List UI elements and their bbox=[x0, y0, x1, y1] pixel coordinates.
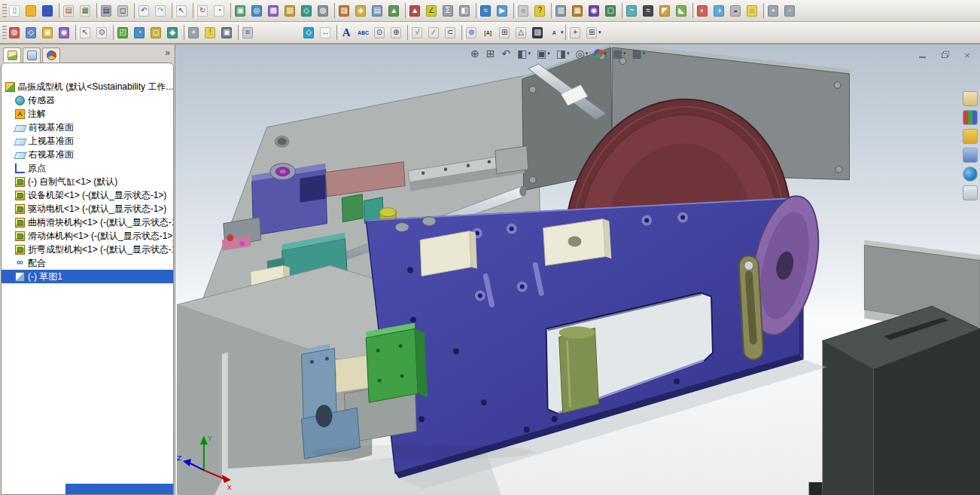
toolbar-icon[interactable]: ▲ bbox=[409, 2, 425, 19]
heads-up-button[interactable]: ◧ ▾ bbox=[516, 47, 532, 60]
task-pane-icon[interactable] bbox=[963, 167, 978, 182]
toolbar-icon[interactable]: ◒ bbox=[730, 2, 746, 19]
toolbar-icon[interactable]: A ▾ bbox=[549, 24, 565, 41]
toolbar-icon[interactable]: A bbox=[341, 24, 357, 41]
toolbar-icon[interactable]: ◻ bbox=[151, 24, 166, 41]
tree-item[interactable]: 驱动电机<1> (-(默认_显示状态-1>) bbox=[2, 202, 173, 215]
tree-item[interactable]: 传感器 bbox=[2, 93, 173, 107]
toolbar-icon[interactable]: ↷ bbox=[155, 2, 171, 19]
tree-item[interactable]: 滑动体机构<1> (-(默认_显示状态-1>) bbox=[2, 229, 173, 243]
toolbar-icon[interactable]: ↶ bbox=[138, 2, 154, 19]
toolbar-icon[interactable]: ↔ bbox=[320, 24, 336, 41]
toolbar-icon[interactable]: ◇ bbox=[301, 2, 317, 19]
task-pane-icon[interactable] bbox=[963, 129, 978, 144]
toolbar-icon[interactable]: ! bbox=[205, 24, 221, 41]
heads-up-button[interactable]: ▣ ▾ bbox=[535, 47, 552, 60]
task-pane-icon[interactable] bbox=[963, 110, 978, 125]
toolbar-icon[interactable]: ▤ bbox=[101, 2, 117, 19]
minimize-button[interactable] bbox=[917, 50, 927, 60]
heads-up-button[interactable]: ↶ bbox=[500, 47, 513, 60]
toolbar-icon[interactable]: ▣ bbox=[235, 2, 251, 19]
toolbar-icon[interactable]: ↻ bbox=[197, 2, 213, 19]
toolbar-icon[interactable]: ◉ bbox=[59, 24, 75, 41]
heads-up-button[interactable]: ⊞ bbox=[485, 47, 498, 60]
close-button[interactable]: × bbox=[962, 50, 972, 60]
panel-tab[interactable] bbox=[23, 47, 41, 63]
toolbar-icon[interactable]: ◻ bbox=[117, 2, 133, 19]
toolbar-icon[interactable]: ▨ bbox=[532, 24, 548, 41]
toolbar-icon[interactable]: ≈ bbox=[643, 2, 659, 19]
toolbar-icon[interactable]: ◇ bbox=[303, 24, 319, 41]
tree-item[interactable]: 晶振成型机 (默认<Sustainability 工作... bbox=[2, 80, 173, 93]
toolbar-icon[interactable]: ▩ bbox=[268, 2, 284, 19]
heads-up-button[interactable]: ◎ ▾ bbox=[574, 47, 589, 60]
toolbar-icon[interactable]: ▪ bbox=[768, 2, 784, 19]
toolbar-icon[interactable]: ▥ bbox=[555, 2, 571, 19]
toolbar-icon[interactable]: ▲ bbox=[388, 2, 404, 19]
toolbar-icon[interactable] bbox=[26, 2, 41, 19]
toolbar-icon[interactable]: ▫ bbox=[784, 2, 800, 19]
toolbar-icon[interactable]: ⊂ bbox=[445, 24, 461, 41]
toolbar-icon[interactable]: ▣ bbox=[42, 24, 58, 41]
toolbar-icon[interactable]: ◇ bbox=[26, 24, 41, 41]
toolbar-icon[interactable]: ◣ bbox=[676, 2, 692, 19]
toolbar-icon[interactable]: ? bbox=[534, 2, 550, 19]
toolbar-icon[interactable]: + bbox=[188, 24, 204, 41]
toolbar-icon[interactable]: ◑ bbox=[714, 2, 729, 19]
toolbar-icon[interactable]: √ bbox=[412, 24, 428, 41]
toolbar-icon[interactable]: ☼ bbox=[747, 2, 762, 19]
toolbar-icon[interactable]: ☼ bbox=[518, 2, 534, 19]
toolbar-icon[interactable]: ▢ bbox=[605, 2, 621, 19]
task-pane-icon[interactable] bbox=[963, 185, 978, 200]
toolbar-icon[interactable]: ▨ bbox=[339, 2, 355, 19]
restore-button[interactable] bbox=[939, 50, 950, 60]
toolbar-icon[interactable]: Σ bbox=[443, 2, 458, 19]
toolbar-icon[interactable]: ▯ bbox=[9, 2, 25, 19]
tree-item[interactable]: 曲柄滑块机构<1> (-(默认_显示状态-1 bbox=[2, 215, 173, 229]
tree-item[interactable]: (-) 自制气缸<1> (默认) bbox=[2, 175, 173, 188]
heads-up-button[interactable]: ▩ ▾ bbox=[630, 47, 647, 60]
toolbar-icon[interactable]: ◍ bbox=[318, 2, 333, 19]
toolbar-icon[interactable]: △ bbox=[516, 24, 531, 41]
toolbar-icon[interactable]: ⊙ bbox=[374, 24, 390, 41]
toolbar-icon[interactable]: ◍ bbox=[9, 24, 25, 41]
collapse-chevron[interactable]: » bbox=[162, 47, 173, 58]
toolbar-icon[interactable]: ◐ bbox=[697, 2, 713, 19]
tree-item[interactable]: 设备机架<1> (-(默认_显示状态-1>) bbox=[2, 188, 173, 202]
toolbar-icon[interactable]: ⊞ ▾ bbox=[586, 24, 602, 41]
toolbar-icon[interactable]: ≡ bbox=[242, 24, 258, 41]
tree-item[interactable]: 右视基准面 bbox=[2, 148, 173, 161]
toolbar-icon[interactable]: ∠ bbox=[426, 2, 442, 19]
toolbar-icon[interactable]: ◧ bbox=[459, 2, 475, 19]
toolbar-icon[interactable]: ◰ bbox=[117, 24, 133, 41]
tree-item[interactable]: 前视基准面 bbox=[2, 121, 173, 134]
tree-item[interactable]: 注解 bbox=[2, 107, 173, 121]
toolbar-icon[interactable]: ~ bbox=[626, 2, 642, 19]
toolbar-icon[interactable]: ◈ bbox=[355, 2, 371, 19]
toolbar-icon[interactable]: ◎ bbox=[251, 2, 267, 19]
toolbar-icon[interactable]: ⊚ bbox=[466, 24, 482, 41]
task-pane-icon[interactable] bbox=[963, 91, 978, 106]
toolbar-icon[interactable]: ⊞ bbox=[499, 24, 515, 41]
panel-tab[interactable] bbox=[3, 47, 21, 63]
toolbar-icon[interactable]: ⊙ bbox=[96, 24, 112, 41]
toolbar-icon[interactable]: ◔ bbox=[214, 2, 230, 19]
tree-item[interactable]: 折弯成型机构<1> (-(默认_显示状态-1 bbox=[2, 243, 173, 256]
task-pane-icon[interactable] bbox=[963, 148, 978, 163]
toolbar-icon[interactable]: ∕ bbox=[428, 24, 444, 41]
toolbar-icon[interactable]: ▦ bbox=[80, 2, 96, 19]
heads-up-button[interactable]: ▦ ▾ bbox=[611, 47, 628, 60]
toolbar-icon[interactable]: ≈ bbox=[480, 2, 496, 19]
toolbar-icon[interactable] bbox=[42, 2, 58, 19]
toolbar-icon[interactable]: ABC bbox=[358, 24, 373, 41]
toolbar-icon[interactable]: ↖ bbox=[80, 24, 96, 41]
toolbar-icon[interactable]: + bbox=[570, 24, 586, 41]
toolbar-icon[interactable]: ▤ bbox=[63, 2, 79, 19]
toolbar-icon[interactable]: ▣ bbox=[221, 24, 237, 41]
heads-up-button[interactable]: ◨ ▾ bbox=[555, 47, 571, 60]
tree-item[interactable]: 配合 bbox=[2, 256, 173, 270]
toolbar-icon[interactable]: ⊕ bbox=[391, 24, 406, 41]
tree-item[interactable]: 上视基准面 bbox=[2, 134, 173, 148]
toolbar-icon[interactable]: [A] bbox=[482, 24, 498, 41]
heads-up-button[interactable]: ⊕ bbox=[469, 47, 482, 60]
